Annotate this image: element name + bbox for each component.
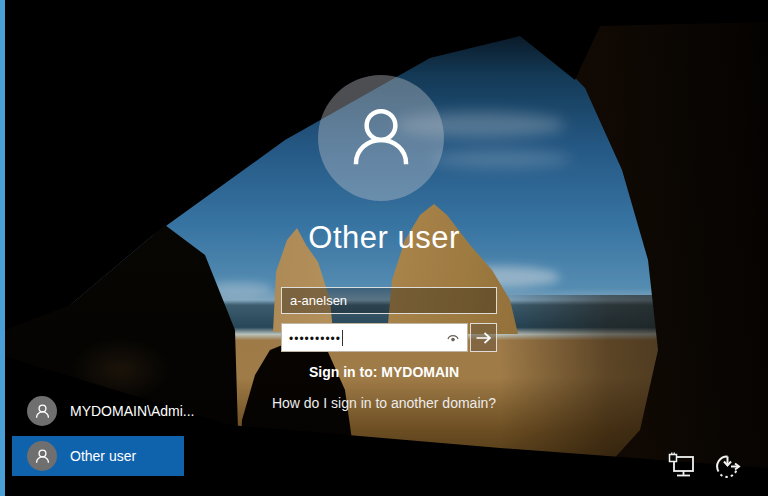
person-icon — [33, 447, 52, 466]
text-cursor — [342, 330, 343, 346]
user-list-item-other-user[interactable]: Other user — [12, 436, 184, 476]
password-input[interactable]: •••••••••• — [281, 323, 468, 352]
system-tray — [666, 450, 744, 483]
windows-login-screen: Other user •••••••••• Sign in to: MYDOMA… — [0, 0, 768, 496]
page-title: Other user — [0, 220, 768, 256]
user-list-item-label: MYDOMAIN\Admi... — [70, 403, 194, 419]
password-masked-text: •••••••••• — [289, 333, 341, 345]
arrow-right-icon — [475, 331, 492, 345]
submit-button[interactable] — [470, 323, 497, 352]
sign-in-domain-text: Sign in to: MYDOMAIN — [0, 364, 768, 380]
user-list-item-label: Other user — [70, 448, 136, 464]
username-input[interactable] — [281, 287, 497, 314]
person-icon — [341, 98, 421, 178]
avatar — [318, 75, 444, 201]
person-icon — [33, 402, 52, 421]
update-restart-icon[interactable] — [711, 450, 744, 483]
reveal-password-eye-icon[interactable] — [445, 331, 461, 345]
avatar — [27, 441, 57, 471]
user-list-item-admin[interactable]: MYDOMAIN\Admi... — [12, 391, 184, 431]
wired-network-icon[interactable] — [666, 450, 699, 483]
avatar — [27, 396, 57, 426]
password-row: •••••••••• — [281, 323, 497, 352]
